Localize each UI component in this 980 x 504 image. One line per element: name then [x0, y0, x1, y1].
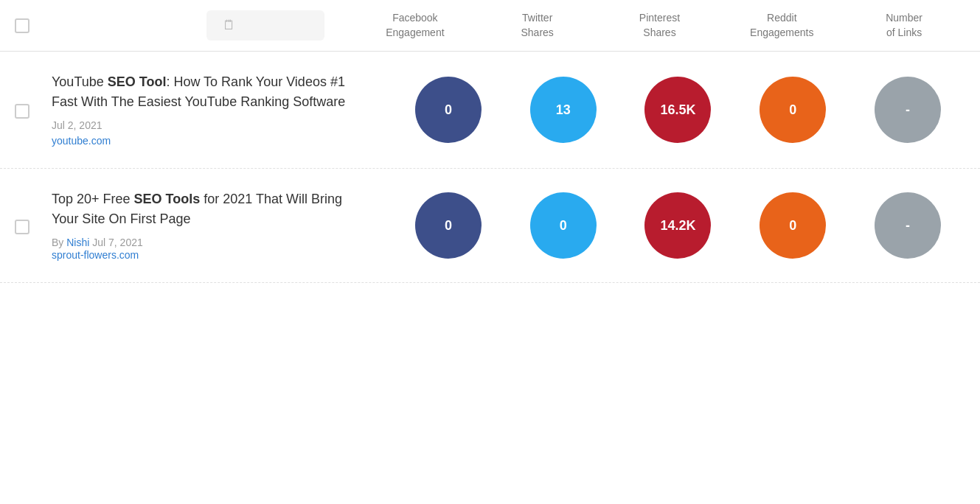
row-checkbox-1[interactable]: [15, 220, 29, 234]
actions-icon: 🗒: [223, 18, 236, 33]
row-url-0[interactable]: youtube.com: [52, 135, 111, 147]
metric-circle-0-2: 16.5K: [644, 77, 711, 143]
metric-circle-1-3: 0: [760, 192, 826, 259]
row-metrics-0: 01316.5K0-: [391, 77, 965, 143]
col-header-pinterest: PinterestShares: [615, 11, 703, 40]
row-url-1[interactable]: sprout-flowers.com: [52, 249, 139, 261]
metric-circle-1-2: 14.2K: [644, 192, 711, 259]
col-header-facebook: FacebookEngagement: [371, 11, 459, 40]
metric-circle-1-1: 0: [530, 192, 597, 259]
col-header-twitter: TwitterShares: [493, 11, 582, 40]
table-row: Top 20+ Free SEO Tools for 2021 That Wil…: [0, 169, 980, 283]
table-header: 🗒 FacebookEngagementTwitterSharesPintere…: [0, 0, 980, 52]
row-metrics-1: 0014.2K0-: [391, 192, 965, 259]
col-header-links: Numberof Links: [860, 11, 948, 40]
row-date-0: Jul 2, 2021: [52, 119, 369, 131]
author-link-1[interactable]: Nishi: [66, 237, 89, 248]
row-content-0: YouTube SEO Tool: How To Rank Your Video…: [52, 72, 369, 147]
row-author-1: By Nishi Jul 7, 2021: [52, 237, 369, 248]
row-content-1: Top 20+ Free SEO Tools for 2021 That Wil…: [52, 189, 369, 262]
row-title-0: YouTube SEO Tool: How To Rank Your Video…: [52, 72, 369, 112]
metric-circle-0-1: 13: [530, 77, 597, 143]
content-table: 🗒 FacebookEngagementTwitterSharesPintere…: [0, 0, 980, 504]
metric-circle-0-0: 0: [415, 77, 482, 143]
rows-container: YouTube SEO Tool: How To Rank Your Video…: [0, 52, 980, 283]
metric-circle-0-3: 0: [760, 77, 826, 143]
select-all-checkbox[interactable]: [15, 18, 29, 33]
row-title-1: Top 20+ Free SEO Tools for 2021 That Wil…: [52, 189, 369, 229]
row-checkbox-0[interactable]: [15, 104, 29, 119]
metric-circle-1-4: -: [875, 192, 941, 259]
metric-circle-1-0: 0: [415, 192, 482, 259]
table-row: YouTube SEO Tool: How To Rank Your Video…: [0, 52, 980, 169]
col-header-reddit: RedditEngagements: [737, 11, 826, 40]
metric-circle-0-4: -: [875, 77, 941, 143]
actions-button[interactable]: 🗒: [206, 10, 324, 41]
select-all-container: [15, 18, 162, 33]
column-headers: FacebookEngagementTwitterSharesPinterest…: [354, 11, 965, 40]
